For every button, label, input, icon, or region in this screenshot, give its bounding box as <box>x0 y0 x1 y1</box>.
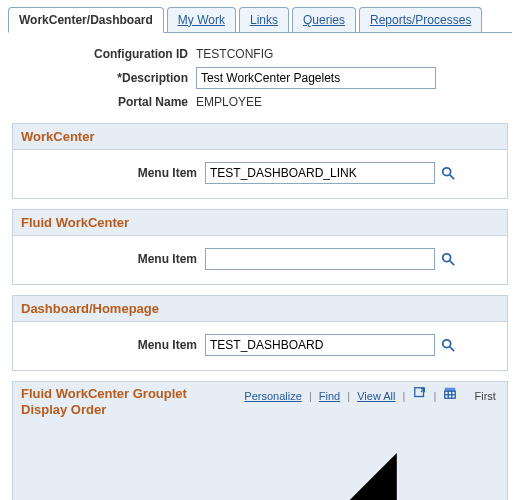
fluid-menu-label: Menu Item <box>17 252 205 266</box>
config-form: Configuration ID TESTCONFIG *Description… <box>38 47 512 109</box>
zoom-icon[interactable] <box>413 390 430 402</box>
dashboard-menu-label: Menu Item <box>17 338 205 352</box>
config-id-value: TESTCONFIG <box>196 47 273 61</box>
panel-workcenter: WorkCenter Menu Item <box>12 123 508 199</box>
svg-point-0 <box>443 168 451 176</box>
grid-title: Fluid WorkCenter Grouplet Display Order <box>21 386 201 419</box>
workcenter-menu-input[interactable] <box>205 162 435 184</box>
tab-queries[interactable]: Queries <box>292 7 356 32</box>
lookup-icon[interactable] <box>441 166 455 180</box>
lookup-icon[interactable] <box>441 252 455 266</box>
panel-dashboard-title: Dashboard/Homepage <box>13 296 507 322</box>
panel-fluid-workcenter: Fluid WorkCenter Menu Item <box>12 209 508 285</box>
tab-my-work[interactable]: My Work <box>167 7 236 32</box>
personalize-link[interactable]: Personalize <box>244 390 301 402</box>
config-id-label: Configuration ID <box>38 47 196 61</box>
view-all-link[interactable]: View All <box>357 390 395 402</box>
panel-workcenter-title: WorkCenter <box>13 124 507 150</box>
download-icon[interactable] <box>443 390 460 402</box>
panel-fluid-title: Fluid WorkCenter <box>13 210 507 236</box>
svg-point-2 <box>443 254 451 262</box>
tab-reports-processes[interactable]: Reports/Processes <box>359 7 482 32</box>
dashboard-menu-input[interactable] <box>205 334 435 356</box>
portal-name-label: Portal Name <box>38 95 196 109</box>
fluid-menu-input[interactable] <box>205 248 435 270</box>
description-label: *Description <box>38 71 196 85</box>
svg-point-4 <box>443 340 451 348</box>
panel-dashboard-homepage: Dashboard/Homepage Menu Item <box>12 295 508 371</box>
description-input[interactable] <box>196 67 436 89</box>
svg-line-3 <box>450 261 454 265</box>
lookup-icon[interactable] <box>441 338 455 352</box>
grid-toolbar: Personalize | Find | View All | | First <box>244 386 499 500</box>
svg-line-1 <box>450 175 454 179</box>
first-label: First <box>475 390 496 402</box>
workcenter-menu-label: Menu Item <box>17 166 205 180</box>
tab-workcenter-dashboard[interactable]: WorkCenter/Dashboard <box>8 7 164 33</box>
tab-links[interactable]: Links <box>239 7 289 32</box>
page-tabs: WorkCenter/Dashboard My Work Links Queri… <box>8 6 512 33</box>
svg-line-5 <box>450 347 454 351</box>
portal-name-value: EMPLOYEE <box>196 95 262 109</box>
grouplet-grid: Fluid WorkCenter Grouplet Display Order … <box>12 381 508 500</box>
find-link[interactable]: Find <box>319 390 340 402</box>
